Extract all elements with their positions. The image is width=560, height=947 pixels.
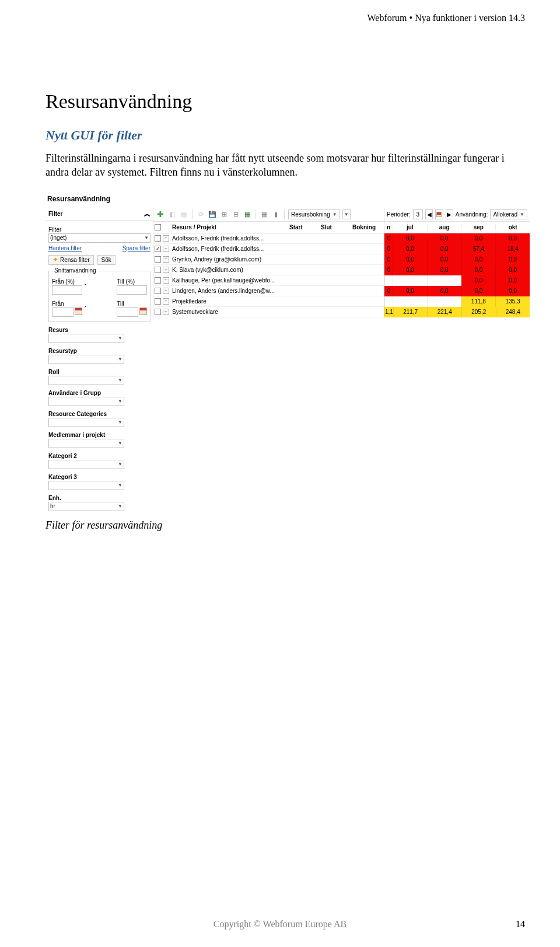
row-checkbox[interactable]: ✓	[155, 246, 161, 252]
period-cal[interactable]	[435, 209, 443, 219]
resource-name: Adolfsson, Fredrik (fredrik.adolfss...	[171, 235, 289, 242]
timeline-cell: 0,0	[427, 254, 461, 265]
anvandning-value: Allokerad	[493, 211, 517, 218]
toolbar-icon[interactable]: ⟳	[196, 209, 205, 219]
filter-section-select[interactable]: ▼	[48, 418, 124, 427]
search-button[interactable]: Sök	[97, 255, 116, 265]
dash: -	[85, 303, 115, 311]
expand-icon[interactable]: ⊞	[219, 209, 229, 219]
expand-row-icon[interactable]: +	[163, 256, 169, 263]
resource-name: Lindgren, Anders (anders.lindgren@w...	[171, 288, 289, 294]
timeline-cell: 0,0	[393, 286, 427, 296]
timeline-cell: 0,0	[461, 286, 496, 296]
filter-label: Filter	[48, 226, 150, 233]
timeline-row: 00,00,057,418,4	[384, 244, 530, 254]
clear-filter-button[interactable]: ✦ Rensa filter	[48, 255, 94, 265]
timeline-cell: 0,0	[393, 233, 427, 244]
to-date-input[interactable]	[117, 307, 138, 317]
expand-row-icon[interactable]: +	[163, 235, 169, 242]
timeline-row: 0,00,0	[384, 275, 530, 286]
perioder-input[interactable]: 3	[413, 209, 424, 219]
filter-section-select[interactable]: ▼	[48, 481, 124, 490]
row-checkbox[interactable]	[155, 309, 161, 315]
resource-row[interactable]: +Kallhauge, Per (per.kallhauge@webfo...	[153, 275, 384, 286]
calendar-icon[interactable]	[139, 307, 147, 315]
month-header: aug	[427, 224, 461, 230]
footer-text: Copyright © Webforum Europe AB	[214, 919, 346, 929]
bar-icon[interactable]: ▮	[271, 209, 281, 219]
row-checkbox[interactable]	[155, 267, 161, 273]
expand-row-icon[interactable]: +	[163, 298, 169, 305]
add-icon[interactable]: ✚	[156, 209, 165, 219]
col-slut[interactable]: Slut	[321, 224, 352, 230]
toolbar-icon[interactable]: ▤	[179, 209, 188, 219]
filter-section-select[interactable]: ▼	[48, 355, 124, 364]
filter-section-select[interactable]: ▼	[48, 376, 124, 385]
resource-row[interactable]: +Projektledare	[153, 296, 384, 307]
timeline-cell	[393, 296, 427, 307]
resursbokning-select[interactable]: Resursbokning ▼	[288, 209, 340, 219]
resource-row[interactable]: +K, Slava (vyk@ciklum.com)	[153, 265, 384, 275]
timeline-cell: 0,0	[461, 265, 496, 275]
prev-period[interactable]: ◀	[425, 209, 433, 219]
save-icon[interactable]: 💾	[208, 209, 217, 219]
timeline-row: 00,00,00,00,0	[384, 233, 530, 244]
resource-row[interactable]: +Adolfsson, Fredrik (fredrik.adolfss...	[153, 233, 384, 244]
resource-row[interactable]: +Systemutvecklare	[153, 307, 384, 317]
expand-row-icon[interactable]: +	[163, 309, 169, 315]
filter-section-select[interactable]: ▼	[48, 334, 124, 343]
row-checkbox[interactable]	[155, 298, 161, 305]
manage-filter-link[interactable]: Hantera filter	[48, 245, 82, 251]
col-start[interactable]: Start	[289, 224, 321, 230]
chevron-down-icon: ▼	[144, 235, 149, 240]
save-filter-link[interactable]: Spara filter	[123, 245, 150, 251]
timeline-cell: 0,0	[393, 254, 427, 265]
enh-select[interactable]: hr ▼	[48, 502, 124, 511]
to-pct-input[interactable]	[117, 285, 147, 295]
collapse-icon[interactable]: ︽	[144, 209, 150, 218]
expand-row-icon[interactable]: +	[163, 246, 169, 252]
filter-section-select[interactable]: ▼	[48, 397, 124, 406]
resource-row[interactable]: +Grynko, Andrey (gra@ciklum.com)	[153, 254, 384, 265]
timeline-cell: 0,0	[495, 286, 530, 296]
row-checkbox[interactable]	[155, 256, 161, 263]
row-checkbox[interactable]	[155, 288, 161, 294]
anvandning-select[interactable]: Allokerad ▼	[490, 209, 527, 219]
chevron-down-icon: ▼	[118, 462, 123, 467]
col-name[interactable]: Resurs / Projekt	[171, 224, 289, 230]
filter-section-label: Resurstyp	[48, 348, 150, 354]
timeline-cell: 248,4	[496, 307, 530, 317]
next-period[interactable]: ▶	[446, 209, 453, 219]
col-bokning[interactable]: Bokning	[352, 224, 384, 230]
filter-select[interactable]: (inget) ▼	[48, 233, 150, 243]
extra-dropdown[interactable]: ▼	[342, 209, 351, 219]
row-checkbox[interactable]	[155, 277, 161, 284]
dash: -	[85, 281, 115, 289]
filter-section-select[interactable]: ▼	[48, 460, 124, 469]
avg-usage-legend: Snittanvändning	[52, 267, 98, 274]
expand-row-icon[interactable]: +	[163, 277, 169, 284]
sparkle-icon: ✦	[52, 256, 58, 264]
calendar-icon[interactable]	[75, 307, 82, 315]
resource-row[interactable]: ✓+Adolfsson, Fredrik (fredrik.adolfss...	[153, 244, 384, 254]
month-header: okt	[495, 224, 530, 230]
filter-section-label: Medlemmar i projekt	[48, 432, 150, 438]
heading-2: Nytt GUI för filter	[46, 128, 525, 143]
resource-row[interactable]: +Lindgren, Anders (anders.lindgren@w...	[153, 286, 384, 296]
months-header: njulaugsepokt	[384, 222, 530, 233]
resource-name: Projektledare	[171, 298, 289, 305]
filter-section-select[interactable]: ▼	[48, 439, 124, 448]
select-all-checkbox[interactable]	[155, 224, 161, 230]
from-pct-input[interactable]	[52, 285, 82, 295]
excel-icon[interactable]: ▦	[243, 209, 252, 219]
expand-row-icon[interactable]: +	[163, 267, 169, 273]
expand-row-icon[interactable]: +	[163, 288, 169, 294]
row-checkbox[interactable]	[155, 235, 161, 242]
timeline-cell: 0,0	[393, 244, 427, 254]
collapse-icon[interactable]: ⊟	[231, 209, 240, 219]
from-date-input[interactable]	[52, 307, 74, 317]
chevron-down-icon: ▼	[118, 399, 123, 404]
toolbar-icon[interactable]: ◧	[167, 209, 177, 219]
chevron-down-icon: ▼	[118, 441, 123, 446]
grid-icon[interactable]: ▦	[260, 209, 269, 219]
